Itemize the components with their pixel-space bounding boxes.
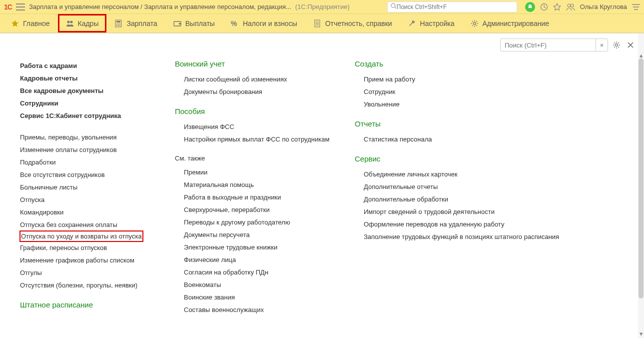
link-item[interactable]: Сверхурочные, переработки (175, 204, 340, 216)
section-head-otchety[interactable]: Отчеты (355, 120, 565, 128)
link-item[interactable]: Документы бронирования (175, 86, 340, 98)
link-item[interactable]: Сотрудники (20, 97, 160, 110)
link-item[interactable]: Все кадровые документы (20, 84, 160, 97)
scroll-up-icon[interactable]: ▴ (638, 52, 644, 58)
svg-text:%: % (231, 20, 237, 28)
notification-bell-icon[interactable] (525, 2, 535, 12)
link-item[interactable]: Извещения ФСС (175, 120, 340, 133)
title-search[interactable] (387, 2, 517, 12)
svg-point-5 (70, 20, 72, 23)
link-item[interactable]: Увольнение (355, 98, 565, 110)
svg-point-4 (67, 20, 69, 23)
section-head-posobiya[interactable]: Пособия (175, 107, 340, 116)
svg-point-8 (116, 24, 117, 24)
link-item[interactable]: Все отсутствия сотрудников (20, 168, 160, 181)
link-item[interactable]: Прием на работу (355, 73, 565, 86)
link-item[interactable]: Документы персучета (175, 228, 340, 241)
nav-nalogi[interactable]: % Налоги и взносы (223, 14, 305, 32)
link-item[interactable]: Сервис 1С:Кабинет сотрудника (20, 110, 160, 122)
scrollbar[interactable]: ▴ ▾ (638, 34, 644, 338)
svg-point-2 (568, 4, 571, 7)
link-item[interactable]: Переводы к другому работодателю (175, 216, 340, 228)
link-item[interactable]: Работа в выходные и праздники (175, 191, 340, 204)
scroll-down-icon[interactable]: ▾ (638, 330, 644, 337)
link-item[interactable]: Отгулы (20, 266, 160, 279)
link-item-highlighted[interactable]: Отпуска по уходу и возвраты из отпуска (20, 231, 143, 242)
section-head-shtatnoe[interactable]: Штатное расписание (20, 300, 160, 309)
link-item[interactable]: Листки сообщений об изменениях (175, 73, 340, 86)
nav-vyplaty[interactable]: Выплаты (165, 14, 223, 32)
panel-settings-icon[interactable] (611, 40, 622, 50)
section-head-seealso: См. также (175, 154, 340, 162)
link-item[interactable]: Объединение личных карточек (355, 168, 565, 180)
title-right-controls: Ольга Круглова (521, 2, 640, 12)
app-title: Зарплата и управление персоналом / Зарпл… (29, 3, 291, 10)
nav-main[interactable]: Главное (3, 14, 58, 32)
title-search-input[interactable] (397, 4, 514, 10)
section-head-servis[interactable]: Сервис (355, 154, 565, 163)
svg-point-19 (616, 44, 618, 46)
nav-zarplata[interactable]: Зарплата (106, 14, 165, 32)
calc-icon (114, 20, 122, 28)
link-item[interactable]: Оформление переводов на удаленную работу (355, 218, 565, 230)
link-item[interactable]: Физические лица (175, 254, 340, 266)
link-item[interactable]: Отсутствия (болезни, прогулы, неявки) (20, 279, 160, 292)
link-item[interactable]: Отпуска без сохранения оплаты (20, 218, 160, 231)
user-name[interactable]: Ольга Круглова (580, 3, 627, 10)
hamburger-icon[interactable] (16, 4, 25, 10)
link-item[interactable]: Согласия на обработку ПДн (175, 266, 340, 278)
nav-label: Налоги и взносы (243, 20, 297, 28)
col1-group1: Работа с кадрами Кадровые отчеты Все кад… (20, 60, 160, 122)
favorite-star-icon[interactable] (553, 3, 561, 11)
col-3: Создать Прием на работу Сотрудник Увольн… (355, 60, 580, 338)
search-icon (391, 3, 397, 10)
link-item[interactable]: Изменение оплаты сотрудников (20, 144, 160, 156)
link-item[interactable]: Командировки (20, 206, 160, 218)
scrollbar-thumb[interactable] (639, 58, 644, 298)
panel-close-icon[interactable] (625, 40, 636, 50)
link-item[interactable]: Заполнение трудовых функций в позициях ш… (355, 230, 565, 243)
link-item[interactable]: Приемы, переводы, увольнения (20, 131, 160, 144)
gear-icon (471, 20, 479, 28)
link-item[interactable]: Настройки прямых выплат ФСС по сотрудник… (175, 133, 340, 146)
link-item[interactable]: Подработки (20, 156, 160, 168)
link-item[interactable]: Материальная помощь (175, 178, 340, 191)
panel-search-input[interactable] (501, 42, 596, 49)
history-icon[interactable] (540, 3, 548, 11)
clear-search-button[interactable]: × (596, 39, 608, 51)
nav-nastroika[interactable]: Настройка (400, 14, 463, 32)
user-icon[interactable] (566, 3, 575, 11)
link-item[interactable]: Импорт сведений о трудовой деятельности (355, 206, 565, 218)
svg-point-12 (118, 25, 119, 26)
link-item[interactable]: Статистика персонала (355, 133, 565, 146)
link-item[interactable]: Сотрудник (355, 86, 565, 98)
col2-sec3: Премии Материальная помощь Работа в выхо… (175, 166, 340, 316)
svg-point-18 (473, 22, 476, 24)
link-item[interactable]: Изменение графиков работы списком (20, 254, 160, 266)
link-item[interactable]: Отпуска (20, 194, 160, 206)
nav-otchetnost[interactable]: Отчетность, справки (305, 14, 400, 32)
nav-admin[interactable]: Администрирование (463, 14, 558, 32)
section-head-sozdat[interactable]: Создать (355, 60, 565, 68)
nav-kadry[interactable]: Кадры (58, 14, 107, 32)
link-item[interactable]: Кадровые отчеты (20, 72, 160, 84)
svg-point-3 (571, 4, 574, 7)
link-item[interactable]: Больничные листы (20, 181, 160, 194)
link-item[interactable]: Военкоматы (175, 278, 340, 291)
link-item[interactable]: Премии (175, 166, 340, 178)
link-item[interactable]: Воинские звания (175, 291, 340, 304)
link-item[interactable]: Дополнительные обработки (355, 193, 565, 206)
link-item[interactable]: Составы военнослужащих (175, 304, 340, 316)
col-2: Воинский учет Листки сообщений об измене… (175, 60, 355, 338)
link-item[interactable]: Графики, переносы отпусков (20, 242, 160, 254)
svg-point-13 (119, 25, 120, 26)
link-item[interactable]: Электронные трудовые книжки (175, 241, 340, 254)
link-item[interactable]: Дополнительные отчеты (355, 180, 565, 193)
section-head-voinskiy[interactable]: Воинский учет (175, 60, 340, 68)
nav-label: Отчетность, справки (325, 20, 392, 28)
nav-label: Главное (23, 20, 50, 28)
menu-lines-icon[interactable] (632, 4, 640, 10)
link-item[interactable]: Работа с кадрами (20, 60, 160, 72)
panel-search[interactable]: × (500, 38, 608, 52)
columns: Работа с кадрами Кадровые отчеты Все кад… (0, 34, 644, 338)
